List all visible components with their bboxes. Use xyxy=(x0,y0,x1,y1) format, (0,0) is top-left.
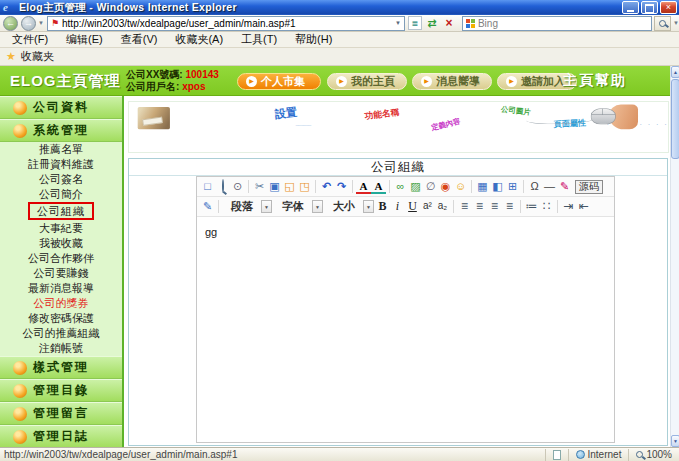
address-field[interactable]: ⚑ ▼ xyxy=(47,16,405,31)
indent-icon[interactable]: ⇥ xyxy=(561,199,576,214)
fullscreen-icon[interactable]: □ xyxy=(200,179,215,194)
outdent-icon[interactable]: ⇤ xyxy=(576,199,591,214)
dropdown-arrow-icon[interactable]: ▼ xyxy=(363,200,374,213)
sidebar-section-manage-directory[interactable]: 管理目錄 xyxy=(0,379,122,402)
align-justify-icon[interactable]: ≡ xyxy=(502,199,517,214)
favorites-star-icon[interactable]: ★ xyxy=(6,50,16,63)
refresh-button[interactable]: ⇄ xyxy=(425,16,439,30)
font-dropdown[interactable]: 字体 ▼ xyxy=(274,199,323,214)
forward-button[interactable]: → xyxy=(21,16,36,31)
search-options-icon[interactable]: ▼ xyxy=(673,20,679,26)
font-color-icon[interactable]: A xyxy=(356,180,371,194)
sidebar-item-favorited-by[interactable]: 我被收藏 xyxy=(0,236,122,251)
restore-button[interactable] xyxy=(641,1,658,14)
paragraph-dropdown[interactable]: 段落 ▼ xyxy=(223,199,272,214)
search-button[interactable] xyxy=(654,16,671,31)
image-icon[interactable]: ▨ xyxy=(408,179,423,194)
sidebar-section-manage-logs[interactable]: 管理日誌 xyxy=(0,425,122,448)
back-button[interactable]: ← xyxy=(3,16,18,31)
page-title: 公司組織 xyxy=(129,159,667,176)
page-icon xyxy=(553,450,561,460)
underline-icon[interactable]: U xyxy=(405,199,420,214)
table-icon[interactable]: ▦ xyxy=(475,179,490,194)
menu-edit[interactable]: 编辑(E) xyxy=(66,32,103,47)
scroll-up-icon[interactable]: ▲ xyxy=(671,66,679,78)
edit-pencil-icon[interactable]: ✎ xyxy=(200,199,215,214)
minimize-button[interactable] xyxy=(622,1,639,14)
homepage-help-link[interactable]: 主頁幫助 xyxy=(563,72,627,90)
sidebar-item-company-intro[interactable]: 公司簡介 xyxy=(0,187,122,202)
link-icon[interactable]: ∞ xyxy=(393,179,408,194)
sidebar-item-company-organization[interactable]: 公司組織 xyxy=(0,202,122,221)
table-properties-icon[interactable]: ◧ xyxy=(490,179,505,194)
address-input[interactable] xyxy=(62,18,392,29)
stop-button[interactable]: × xyxy=(442,16,456,30)
subscript-icon[interactable]: a₂ xyxy=(435,199,450,214)
preview-icon[interactable] xyxy=(215,179,230,194)
remove-format-icon[interactable]: ∅ xyxy=(423,179,438,194)
banner-word-function-name: 功能名稱 xyxy=(364,107,400,122)
compatibility-view-icon[interactable]: ≣ xyxy=(408,16,422,30)
sidebar-section-manage-messages[interactable]: 管理留言 xyxy=(0,402,122,425)
menu-file[interactable]: 文件(F) xyxy=(12,32,48,47)
sidebar-item-password-protection[interactable]: 修改密碼保護 xyxy=(0,311,122,326)
align-center-icon[interactable]: ≡ xyxy=(472,199,487,214)
favorites-label[interactable]: 收藏夹 xyxy=(21,49,54,64)
sidebar-item-major-events[interactable]: 大事紀要 xyxy=(0,221,122,236)
redo-icon[interactable]: ↷ xyxy=(334,179,349,194)
align-right-icon[interactable]: ≡ xyxy=(487,199,502,214)
ordered-list-icon[interactable]: ≔ xyxy=(524,199,539,214)
sidebar-item-partners[interactable]: 公司合作夥伴 xyxy=(0,251,122,266)
sidebar-item-registration-maintenance[interactable]: 註冊資料維護 xyxy=(0,157,122,172)
nav-message-wizard-button[interactable]: ▶ 消息嚮導 xyxy=(412,73,492,90)
flash-media-icon[interactable]: ◉ xyxy=(438,179,453,194)
scroll-down-icon[interactable]: ▼ xyxy=(671,435,679,447)
emoticon-icon[interactable]: ☺ xyxy=(453,179,468,194)
background-color-icon[interactable]: A xyxy=(371,180,386,194)
menu-view[interactable]: 查看(V) xyxy=(121,32,158,47)
sidebar-item-cancel-account[interactable]: 注銷帳號 xyxy=(0,341,122,356)
sidebar-item-recommend-list[interactable]: 推薦名單 xyxy=(0,142,122,157)
special-char-icon[interactable]: Ω xyxy=(527,179,542,194)
sidebar-item-company-coupons[interactable]: 公司的獎券 xyxy=(0,296,122,311)
scrollbar-thumb[interactable] xyxy=(671,79,679,159)
sidebar-section-company-info[interactable]: 公司資料 xyxy=(0,96,122,119)
unordered-list-icon[interactable]: ∷ xyxy=(539,199,554,214)
sidebar-item-latest-news[interactable]: 最新消息報導 xyxy=(0,281,122,296)
bold-icon[interactable]: B xyxy=(375,199,390,214)
sidebar-item-company-signature[interactable]: 公司簽名 xyxy=(0,172,122,187)
status-zoom-cell[interactable]: 100% xyxy=(628,449,679,461)
superscript-icon[interactable]: a² xyxy=(420,199,435,214)
menu-tools[interactable]: 工具(T) xyxy=(241,32,277,47)
copy-icon[interactable]: ▣ xyxy=(267,179,282,194)
cut-icon[interactable]: ✂ xyxy=(252,179,267,194)
size-dropdown[interactable]: 大小 ▼ xyxy=(325,199,374,214)
sidebar-section-style-management[interactable]: 樣式管理 xyxy=(0,356,122,379)
search-input[interactable] xyxy=(478,18,648,29)
paste-icon[interactable]: ◱ xyxy=(282,179,297,194)
address-dropdown-icon[interactable]: ▼ xyxy=(395,20,401,26)
close-button[interactable]: × xyxy=(660,1,677,14)
sidebar-item-recommend-organization[interactable]: 公司的推薦組織 xyxy=(0,326,122,341)
horizontal-rule-icon[interactable]: — xyxy=(542,179,557,194)
table-grid-icon[interactable]: ⊞ xyxy=(505,179,520,194)
eraser-icon[interactable]: ✎ xyxy=(557,179,572,194)
find-icon[interactable]: ⊙ xyxy=(230,179,245,194)
nav-my-homepage-button[interactable]: ▶ 我的主頁 xyxy=(327,73,407,90)
nav-personal-market-button[interactable]: ▶ 个人市集 xyxy=(237,73,321,90)
undo-icon[interactable]: ↶ xyxy=(319,179,334,194)
paste-word-icon[interactable]: ◳ xyxy=(297,179,312,194)
sidebar-item-company-earn[interactable]: 公司要賺錢 xyxy=(0,266,122,281)
editor-text-area[interactable]: gg xyxy=(197,218,614,442)
menu-favorites[interactable]: 收藏夹(A) xyxy=(175,32,223,47)
search-box[interactable] xyxy=(462,16,652,31)
menu-help[interactable]: 帮助(H) xyxy=(295,32,332,47)
align-left-icon[interactable]: ≡ xyxy=(457,199,472,214)
italic-icon[interactable]: i xyxy=(390,199,405,214)
history-dropdown-icon[interactable]: ▼ xyxy=(38,20,44,26)
dropdown-arrow-icon[interactable]: ▼ xyxy=(261,200,272,213)
vertical-scrollbar[interactable]: ▲ ▼ xyxy=(670,66,679,447)
sidebar-section-system-management[interactable]: 系統管理 xyxy=(0,119,122,142)
dropdown-arrow-icon[interactable]: ▼ xyxy=(312,200,323,213)
source-code-button[interactable]: 源码 xyxy=(575,180,603,194)
